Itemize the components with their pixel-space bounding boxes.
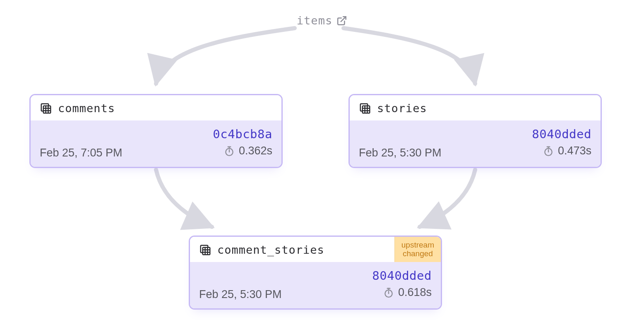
status-badge-upstream-changed: upstream changed — [394, 237, 441, 262]
run-duration: 0.473s — [543, 144, 591, 157]
card-body: 8040dded Feb 25, 5:30 PM 0.473s — [350, 120, 601, 167]
card-header: stories — [350, 95, 601, 120]
node-card-comment-stories[interactable]: comment_stories upstream changed 8040dde… — [189, 236, 442, 310]
table-stack-icon — [40, 102, 52, 115]
table-stack-icon — [199, 244, 211, 256]
card-header: comment_stories upstream changed — [190, 237, 441, 262]
run-hash[interactable]: 8040dded — [532, 127, 591, 141]
node-card-comments[interactable]: comments 0c4bcb8a Feb 25, 7:05 PM 0.362s — [29, 94, 283, 168]
run-duration: 0.362s — [224, 144, 272, 157]
card-body: 0c4bcb8a Feb 25, 7:05 PM 0.362s — [31, 120, 281, 167]
external-link-icon — [336, 15, 347, 26]
svg-rect-2 — [43, 106, 51, 113]
root-node-link[interactable]: items — [297, 14, 347, 27]
run-timestamp: Feb 25, 7:05 PM — [40, 147, 123, 159]
stopwatch-icon — [383, 287, 394, 298]
card-body: 8040dded Feb 25, 5:30 PM 0.618s — [190, 262, 441, 308]
svg-rect-22 — [203, 247, 210, 255]
node-card-stories[interactable]: stories 8040dded Feb 25, 5:30 PM 0.473s — [348, 94, 602, 168]
card-title: comment_stories — [217, 243, 324, 256]
root-node-label: items — [297, 14, 332, 27]
run-hash[interactable]: 0c4bcb8a — [213, 127, 272, 141]
table-stack-icon — [359, 102, 371, 115]
card-header: comments — [31, 95, 281, 120]
card-title: comments — [58, 102, 115, 115]
run-duration: 0.618s — [383, 286, 432, 299]
svg-line-0 — [341, 17, 346, 22]
stopwatch-icon — [224, 146, 235, 156]
card-title: stories — [377, 102, 427, 115]
svg-rect-12 — [363, 106, 370, 113]
stopwatch-icon — [543, 146, 554, 156]
run-timestamp: Feb 25, 5:30 PM — [359, 147, 442, 159]
run-timestamp: Feb 25, 5:30 PM — [199, 288, 282, 301]
run-hash[interactable]: 8040dded — [372, 269, 432, 283]
